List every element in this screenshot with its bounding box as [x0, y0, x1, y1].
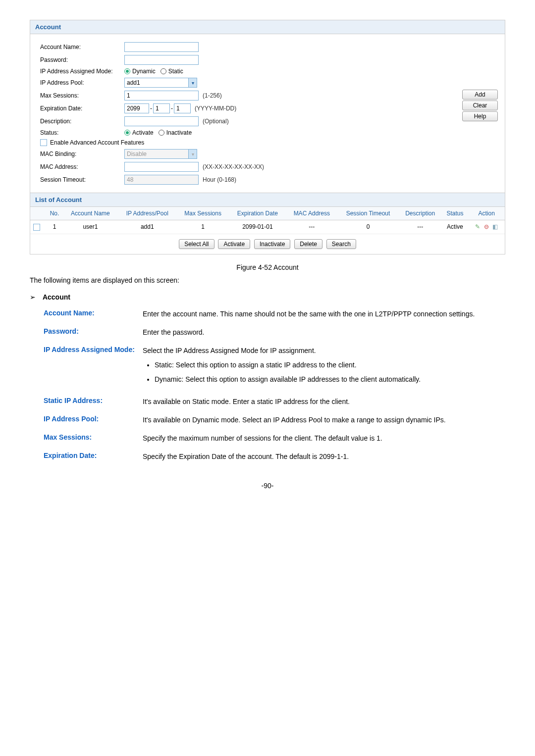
- description-input[interactable]: [124, 116, 199, 126]
- exp-year-input[interactable]: [124, 103, 149, 113]
- def-ip-mode-b2: Dynamic: Select this option to assign av…: [155, 374, 505, 385]
- ip-pool-select[interactable]: [124, 78, 189, 88]
- mac-address-hint: (XX-XX-XX-XX-XX-XX): [203, 163, 264, 170]
- exp-day-input[interactable]: [174, 103, 191, 113]
- mac-binding-label: MAC Binding:: [40, 151, 124, 157]
- status-activate-radio[interactable]: [124, 130, 130, 136]
- status-label: Status:: [40, 129, 124, 136]
- ip-mode-dynamic-text: Dynamic: [132, 68, 156, 75]
- col-desc: Description: [399, 207, 442, 220]
- col-exp-date: Expiration Date: [229, 207, 286, 220]
- def-static-ip-desc: It's available on Static mode. Enter a s…: [143, 397, 505, 407]
- account-name-input[interactable]: [124, 42, 199, 52]
- help-button[interactable]: Help: [462, 111, 498, 121]
- advanced-label: Enable Advanced Account Features: [50, 139, 144, 146]
- def-account-name-desc: Enter the account name. This name should…: [143, 309, 505, 319]
- col-account-name: Account Name: [63, 207, 118, 220]
- chevron-down-icon[interactable]: ▾: [189, 78, 197, 88]
- password-input[interactable]: [124, 55, 199, 65]
- select-all-button[interactable]: Select All: [179, 239, 214, 249]
- chevron-down-icon: ▾: [189, 149, 197, 159]
- col-max-sessions: Max Sessions: [177, 207, 229, 220]
- cell-account-name: user1: [63, 220, 118, 234]
- status-inactivate-radio[interactable]: [159, 130, 164, 136]
- cell-action: ✎ ⊖ ◧: [468, 220, 505, 234]
- detail-icon[interactable]: ◧: [492, 223, 498, 230]
- cell-exp-date: 2099-01-01: [229, 220, 286, 234]
- mac-address-label: MAC Address:: [40, 163, 124, 170]
- session-timeout-input: [124, 175, 199, 185]
- intro-line: The following items are displayed on thi…: [30, 276, 505, 284]
- ip-mode-static-text: Static: [168, 68, 183, 75]
- max-sessions-label: Max Sessions:: [40, 92, 124, 99]
- status-inactivate-text: Inactivate: [166, 129, 192, 136]
- account-name-label: Account Name:: [40, 44, 124, 50]
- list-title: List of Account: [30, 193, 505, 207]
- def-ip-pool-desc: It's available on Dynamic mode. Select a…: [143, 415, 505, 425]
- col-no: No.: [46, 207, 63, 220]
- ip-pool-label: IP Address Pool:: [40, 79, 124, 86]
- edit-icon[interactable]: ✎: [475, 223, 480, 230]
- figure-caption: Figure 4-52 Account: [30, 263, 505, 271]
- def-account-name-term: Account Name:: [44, 309, 143, 317]
- delete-button[interactable]: Delete: [294, 239, 322, 249]
- def-password-term: Password:: [44, 327, 143, 335]
- cell-no: 1: [46, 220, 63, 234]
- description-hint: (Optional): [203, 118, 229, 125]
- expiration-label: Expiration Date:: [40, 105, 124, 112]
- def-max-sessions-desc: Specify the maximum number of sessions f…: [143, 433, 505, 444]
- max-sessions-input[interactable]: [124, 91, 199, 101]
- clear-button[interactable]: Clear: [462, 101, 498, 110]
- max-sessions-hint: (1-256): [203, 92, 222, 99]
- description-label: Description:: [40, 118, 124, 125]
- inactivate-button[interactable]: Inactivate: [254, 239, 290, 249]
- col-sess-timeout: Session Timeout: [337, 207, 399, 220]
- expiration-hint: (YYYY-MM-DD): [195, 105, 236, 112]
- def-static-ip-term: Static IP Address:: [44, 397, 143, 404]
- def-expiration-desc: Specify the Expiration Date of the accou…: [143, 452, 505, 462]
- section-head: Account: [43, 293, 70, 301]
- add-button[interactable]: Add: [462, 90, 498, 100]
- ip-mode-dynamic-radio[interactable]: [124, 68, 130, 74]
- col-ip-pool: IP Address/Pool: [118, 207, 177, 220]
- row-checkbox[interactable]: [33, 224, 40, 231]
- mac-address-input[interactable]: [124, 162, 199, 172]
- def-ip-mode-term: IP Address Assigned Mode:: [44, 346, 143, 353]
- col-status: Status: [442, 207, 469, 220]
- delete-icon[interactable]: ⊖: [484, 223, 489, 230]
- def-password-desc: Enter the password.: [143, 327, 505, 338]
- mac-binding-select: [124, 149, 189, 159]
- cell-status: Active: [442, 220, 469, 234]
- def-ip-mode-b1: Static: Select this option to assign a s…: [155, 360, 505, 370]
- session-timeout-hint: Hour (0-168): [203, 176, 236, 183]
- def-ip-mode-lead: Select the IP Address Assigned Mode for …: [143, 347, 316, 354]
- def-ip-pool-term: IP Address Pool:: [44, 415, 143, 423]
- cell-mac: ---: [286, 220, 337, 234]
- panel-body: Account Name: Password: IP Address Assig…: [30, 34, 505, 193]
- exp-month-input[interactable]: [153, 103, 170, 113]
- advanced-checkbox[interactable]: [40, 139, 47, 146]
- activate-button[interactable]: Activate: [218, 239, 250, 249]
- col-mac: MAC Address: [286, 207, 337, 220]
- col-action: Action: [468, 207, 505, 220]
- session-timeout-label: Session Timeout:: [40, 176, 124, 183]
- def-max-sessions-term: Max Sessions:: [44, 433, 143, 441]
- cell-max-sessions: 1: [177, 220, 229, 234]
- bottom-bar: Select All Activate Inactivate Delete Se…: [30, 234, 505, 254]
- def-expiration-term: Expiration Date:: [44, 452, 143, 459]
- account-panel: Account Account Name: Password: IP Addre…: [30, 20, 505, 254]
- chevron-right-icon: ➢: [30, 293, 36, 301]
- search-button[interactable]: Search: [326, 239, 356, 249]
- cell-desc: ---: [399, 220, 442, 234]
- side-buttons: Add Clear Help: [462, 89, 497, 122]
- page-number: -90-: [30, 482, 505, 490]
- panel-title: Account: [30, 20, 505, 34]
- account-table: No. Account Name IP Address/Pool Max Ses…: [30, 207, 505, 234]
- password-label: Password:: [40, 56, 124, 63]
- status-activate-text: Activate: [132, 129, 154, 136]
- ip-mode-static-radio[interactable]: [160, 68, 166, 74]
- ip-mode-label: IP Address Assigned Mode:: [40, 68, 124, 75]
- cell-sess-timeout: 0: [337, 220, 399, 234]
- table-row: 1 user1 add1 1 2099-01-01 --- 0 --- Acti…: [30, 220, 505, 234]
- cell-ip-pool: add1: [118, 220, 177, 234]
